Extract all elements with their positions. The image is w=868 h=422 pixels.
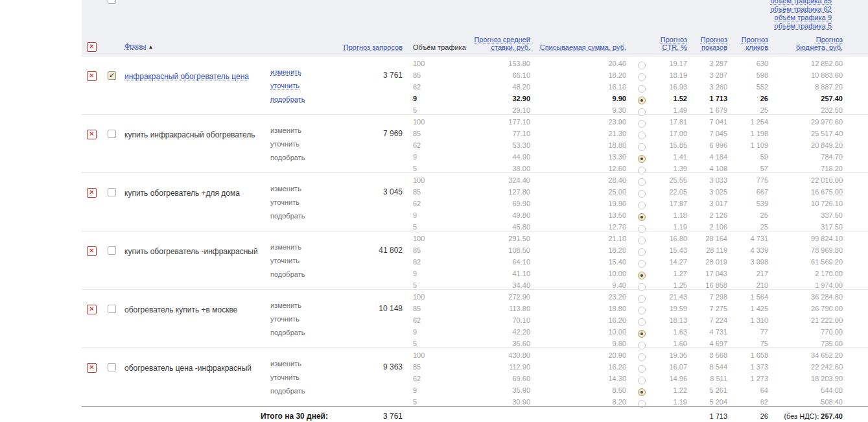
- writeoff-sum-value: 16.10: [555, 81, 626, 93]
- traffic-volume-value: 9: [413, 384, 442, 396]
- bid-option-radio[interactable]: [638, 97, 646, 104]
- impressions-value: 5 261: [690, 384, 727, 396]
- writeoff-sum-value: 18.20: [555, 69, 626, 81]
- bid-option-radio[interactable]: [638, 272, 646, 279]
- impressions-value: 8 568: [690, 349, 727, 361]
- impressions-value: 3 287: [690, 58, 727, 69]
- bid-option-radio[interactable]: [638, 178, 646, 186]
- budget-value: 29 970.60: [784, 116, 843, 128]
- ctr-value: 1.63: [655, 326, 687, 338]
- writeoff-sum-value: 25.00: [555, 186, 626, 198]
- avg-bid-value: 35.90: [451, 384, 530, 396]
- traffic-volume-value: 100: [413, 58, 442, 69]
- avg-bid-value: 48.20: [451, 81, 530, 93]
- bid-option-radio[interactable]: [638, 143, 646, 151]
- budget-value: 10 883.60: [784, 69, 843, 81]
- writeoff-sum-value: 20.90: [555, 349, 626, 361]
- ctr-value: 1.27: [655, 268, 687, 279]
- avg-bid-value: 66.10: [451, 69, 530, 81]
- impressions-value: 7 045: [690, 128, 727, 139]
- totals-budget: (без НДС): 257.40: [784, 412, 843, 421]
- clicks-value: 1 373: [735, 361, 768, 373]
- budget-value: 12 852.00: [784, 58, 843, 69]
- ctr-value: 16.07: [655, 361, 687, 373]
- phrase-row: ✕купить инфракрасный обогревательизменит…: [82, 115, 868, 173]
- budget-value: 22 242.60: [784, 361, 843, 373]
- bid-option-radio[interactable]: [638, 73, 646, 81]
- bid-option-radio-cell: [638, 244, 647, 256]
- bid-option-radio[interactable]: [638, 388, 646, 396]
- traffic-volume-value: 62: [413, 373, 442, 384]
- avg-bid-value: 44.90: [451, 151, 530, 163]
- avg-bid-value: 32.90: [451, 93, 530, 104]
- column-header-clicks[interactable]: Прогноз кликов: [735, 36, 768, 51]
- impressions-value: 4 731: [690, 326, 727, 338]
- bid-option-radio[interactable]: [638, 62, 646, 69]
- budget-value: 257.40: [784, 93, 843, 104]
- writeoff-sum-value: 10.00: [555, 268, 626, 279]
- bid-option-radio[interactable]: [638, 307, 646, 314]
- writeoff-sum-value: 23.90: [555, 116, 626, 128]
- column-header-ctr[interactable]: Прогноз CTR, %: [655, 36, 687, 51]
- writeoff-sum-value: 15.40: [555, 256, 626, 268]
- bid-option-radio-cell: [638, 268, 647, 279]
- bid-option-radio[interactable]: [638, 120, 646, 128]
- bid-option-radio[interactable]: [638, 330, 646, 338]
- bid-option-radio[interactable]: [638, 202, 646, 209]
- clicks-value: 217: [735, 268, 768, 279]
- impressions-value: 4 184: [690, 151, 727, 163]
- bid-option-line: 949.8013.501.182 12625337.50: [82, 209, 868, 221]
- bid-option-radio[interactable]: [638, 318, 646, 326]
- bid-option-radio[interactable]: [638, 132, 646, 139]
- writeoff-sum-value: 20.40: [555, 58, 626, 69]
- clicks-value: 1 425: [735, 303, 768, 314]
- writeoff-sum-value: 21.10: [555, 233, 626, 244]
- bid-option-radio[interactable]: [638, 190, 646, 198]
- bid-option-radio[interactable]: [638, 295, 646, 303]
- bid-option-radio[interactable]: [638, 155, 646, 163]
- column-header-avg-bid[interactable]: Прогноз средней ставки, руб.: [451, 36, 530, 51]
- avg-bid-value: 430.80: [451, 349, 530, 361]
- traffic-volume-link-85[interactable]: объём трафика 85: [770, 0, 832, 5]
- column-header-budget[interactable]: Прогноз бюджета, руб.: [784, 36, 843, 51]
- bid-option-line: 8566.1018.2018.193 28759810 883.60: [82, 69, 868, 81]
- bid-option-radio-cell: [638, 69, 647, 81]
- select-all-checkbox[interactable]: [108, 0, 116, 4]
- bid-option-radio-cell: [638, 81, 647, 93]
- column-header-impressions[interactable]: Прогноз показов: [690, 36, 727, 51]
- bid-option-radio[interactable]: [638, 213, 646, 221]
- traffic-volume-link-5[interactable]: объём трафика 5: [775, 22, 832, 30]
- writeoff-sum-value: 10.00: [555, 326, 626, 338]
- avg-bid-value: 291.50: [451, 233, 530, 244]
- clicks-value: 775: [735, 174, 768, 186]
- impressions-value: 8 511: [690, 373, 727, 384]
- clicks-value: 1 109: [735, 139, 768, 151]
- bid-option-line: 100291.5021.1016.8028 1644 73199 824.10: [82, 233, 868, 244]
- bid-option-line: 85113.8018.8019.597 2751 42526 790.00: [82, 303, 868, 314]
- impressions-value: 3 025: [690, 186, 727, 198]
- bid-option-radio[interactable]: [638, 365, 646, 373]
- delete-all-icon[interactable]: ✕: [87, 42, 97, 52]
- clicks-value: 1 564: [735, 291, 768, 303]
- clicks-value: 59: [735, 151, 768, 163]
- bid-option-radio-cell: [638, 373, 647, 384]
- bid-option-radio[interactable]: [638, 377, 646, 384]
- traffic-volume-link-62[interactable]: объём трафика 62: [770, 5, 832, 13]
- ctr-value: 16.93: [655, 81, 687, 93]
- bid-option-radio-cell: [638, 233, 647, 244]
- bid-option-radio[interactable]: [638, 353, 646, 361]
- nds-label: (без НДС):: [784, 412, 819, 420]
- bid-option-radio-cell: [638, 151, 647, 163]
- column-header-writeoff-sum[interactable]: Списываемая сумма, руб.: [540, 43, 626, 51]
- clicks-value: 598: [735, 69, 768, 81]
- traffic-volume-value: 9: [413, 209, 442, 221]
- traffic-volume-link-9[interactable]: объём трафика 9: [775, 14, 832, 21]
- impressions-value: 28 019: [690, 256, 727, 268]
- impressions-value: 3 287: [690, 69, 727, 81]
- bid-option-radio[interactable]: [638, 248, 646, 256]
- bid-option-radio[interactable]: [638, 85, 646, 93]
- column-header-queries[interactable]: Прогноз запросов: [344, 43, 403, 51]
- bid-option-radio[interactable]: [638, 260, 646, 268]
- bid-option-radio[interactable]: [638, 237, 646, 244]
- phrases-sort-link[interactable]: Фразы: [124, 42, 146, 50]
